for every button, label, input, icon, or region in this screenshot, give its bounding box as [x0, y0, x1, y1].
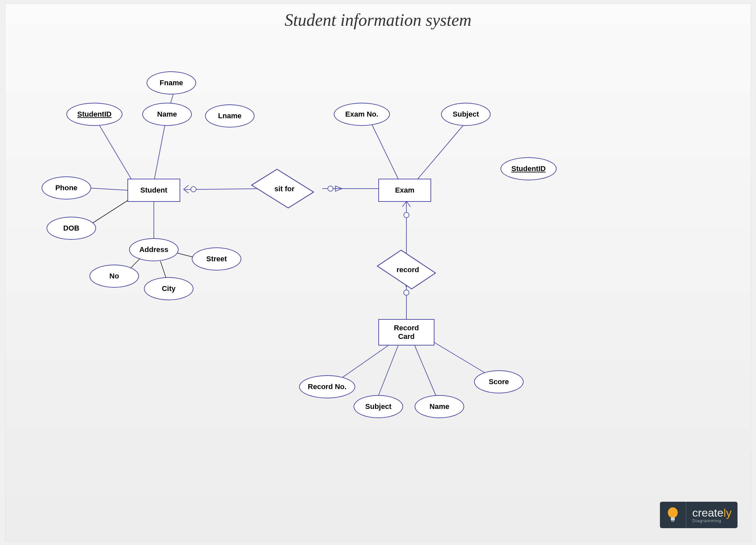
- attr-no[interactable]: No: [89, 264, 139, 288]
- attr-phone[interactable]: Phone: [42, 176, 91, 199]
- svg-line-3: [88, 188, 127, 190]
- entity-exam[interactable]: Exam: [378, 179, 431, 202]
- logo-text: creately Diagramming: [686, 507, 738, 523]
- svg-line-27: [415, 346, 438, 400]
- svg-line-17: [418, 124, 464, 179]
- attr-street[interactable]: Street: [192, 247, 241, 270]
- svg-line-16: [372, 124, 398, 179]
- svg-line-6: [131, 258, 141, 268]
- svg-line-26: [377, 346, 398, 400]
- diagram-title: Student information system: [285, 10, 471, 30]
- attr-recordno[interactable]: Record No.: [299, 375, 355, 398]
- attr-fname[interactable]: Fname: [147, 71, 196, 94]
- attr-rc-subject[interactable]: Subject: [354, 395, 403, 418]
- svg-line-20: [402, 201, 406, 207]
- attr-rc-name[interactable]: Name: [415, 395, 464, 418]
- attr-city[interactable]: City: [144, 277, 193, 300]
- relationship-sitfor-label: sit for: [274, 185, 294, 193]
- entity-student[interactable]: Student: [127, 179, 180, 202]
- svg-point-29: [668, 507, 678, 518]
- attr-subject[interactable]: Subject: [441, 103, 491, 126]
- attr-studentid[interactable]: StudentID: [66, 103, 122, 126]
- svg-line-0: [98, 122, 134, 184]
- attr-name[interactable]: Name: [142, 103, 192, 126]
- attr-dob[interactable]: DOB: [47, 217, 96, 240]
- svg-line-21: [406, 201, 410, 207]
- svg-marker-15: [335, 186, 342, 191]
- svg-line-1: [154, 122, 165, 182]
- svg-point-23: [404, 290, 409, 295]
- entity-recordcard[interactable]: Record Card: [378, 319, 434, 346]
- svg-rect-30: [671, 517, 675, 521]
- relationship-record-label: record: [396, 265, 419, 274]
- attr-studentid2[interactable]: StudentID: [500, 157, 557, 180]
- svg-point-19: [404, 212, 409, 218]
- attr-examno[interactable]: Exam No.: [334, 103, 390, 126]
- svg-rect-31: [671, 521, 674, 522]
- diagram-canvas: Student information system: [5, 3, 751, 542]
- svg-point-10: [191, 187, 196, 192]
- attr-address[interactable]: Address: [129, 238, 179, 261]
- bulb-icon: [660, 502, 686, 528]
- creately-logo[interactable]: creately Diagramming: [660, 502, 738, 528]
- svg-point-14: [328, 186, 333, 191]
- attr-score[interactable]: Score: [474, 370, 524, 393]
- svg-line-11: [184, 185, 189, 189]
- attr-lname[interactable]: Lname: [205, 104, 255, 127]
- svg-line-12: [184, 189, 189, 193]
